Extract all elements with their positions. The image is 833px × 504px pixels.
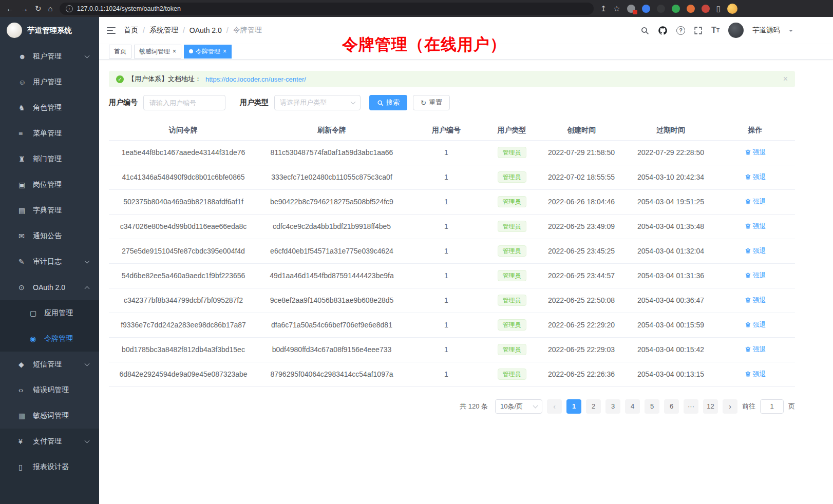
notice-icon: ✉ xyxy=(18,232,33,240)
close-icon[interactable]: × xyxy=(173,48,176,54)
user-id-input[interactable] xyxy=(143,95,225,110)
force-logout-button[interactable]: 强退 xyxy=(745,345,766,354)
alert-close-icon[interactable]: × xyxy=(783,75,788,83)
tab-token-active[interactable]: 令牌管理 × xyxy=(184,45,232,59)
user-dropdown-caret-icon[interactable] xyxy=(789,30,793,34)
sidebar-item-sensitive-word[interactable]: ▥ 敏感词管理 xyxy=(0,403,99,429)
page-button-2[interactable]: 2 xyxy=(586,399,601,414)
share-icon[interactable]: ↥ xyxy=(600,5,607,12)
sidebar-item-notice[interactable]: ✉ 通知公告 xyxy=(0,223,99,249)
breadcrumb-item[interactable]: 系统管理 xyxy=(149,26,178,35)
search-button[interactable]: 搜索 xyxy=(369,95,407,110)
user-id-cell: 1 xyxy=(406,165,487,189)
extension-icon[interactable] xyxy=(642,5,650,13)
breadcrumb-item[interactable]: 首页 xyxy=(124,26,138,35)
reset-button[interactable]: ↻ 重置 xyxy=(413,95,450,110)
user-id-label: 用户编号 xyxy=(109,98,138,107)
sidebar-item-user[interactable]: ☺ 用户管理 xyxy=(0,69,99,95)
github-icon[interactable] xyxy=(658,26,668,35)
breadcrumb-separator: / xyxy=(143,26,145,34)
sidebar-item-role[interactable]: ♞ 角色管理 xyxy=(0,95,99,121)
sidebar-item-oauth[interactable]: ⊙ OAuth 2.0 xyxy=(0,275,99,300)
sidebar-collapse-icon[interactable] xyxy=(107,27,116,34)
tab-home[interactable]: 首页 xyxy=(109,45,131,59)
user-avatar[interactable] xyxy=(728,23,744,38)
main-area: 首页 / 系统管理 / OAuth 2.0 / 令牌管理 ? TT xyxy=(99,17,833,504)
forward-icon[interactable]: → xyxy=(21,5,28,12)
force-logout-button[interactable]: 强退 xyxy=(745,370,766,379)
sidebar-item-post[interactable]: ▣ 岗位管理 xyxy=(0,172,99,198)
reload-icon[interactable]: ↻ xyxy=(35,5,42,12)
next-page-button[interactable]: › xyxy=(723,399,737,414)
app-logo[interactable]: 芋道管理系统 xyxy=(0,17,99,44)
sidebar-item-sms[interactable]: ◆ 短信管理 xyxy=(0,352,99,377)
more-pages-button[interactable]: ··· xyxy=(684,399,698,414)
page-button-6[interactable]: 6 xyxy=(664,399,679,414)
help-icon[interactable]: ? xyxy=(676,26,685,35)
page-button-4[interactable]: 4 xyxy=(625,399,640,414)
doc-link[interactable]: https://doc.iocoder.cn/user-center/ xyxy=(205,75,306,83)
sidebar-item-oauth-token[interactable]: ◉ 令牌管理 xyxy=(0,326,99,352)
sidebar-item-error-code[interactable]: ‹› 错误码管理 xyxy=(0,377,99,403)
fullscreen-icon[interactable] xyxy=(694,26,703,35)
sidebar-item-report-designer[interactable]: ▯ 报表设计器 xyxy=(0,454,99,480)
sidebar-item-pay[interactable]: ¥ 支付管理 xyxy=(0,429,99,454)
side-panel-icon[interactable]: ▯ xyxy=(716,5,721,12)
create-time-cell: 2022-06-26 18:04:46 xyxy=(537,189,626,214)
goto-label: 前往 xyxy=(742,402,755,411)
breadcrumb-item[interactable]: OAuth 2.0 xyxy=(190,26,222,34)
force-logout-button[interactable]: 强退 xyxy=(745,222,766,231)
tab-sensitive-word[interactable]: 敏感词管理 × xyxy=(134,45,181,59)
search-icon[interactable] xyxy=(640,26,649,35)
force-logout-button[interactable]: 强退 xyxy=(745,197,766,206)
extension-icon[interactable] xyxy=(702,5,710,13)
back-icon[interactable]: ← xyxy=(6,5,14,12)
page-button-1[interactable]: 1 xyxy=(566,399,581,414)
sidebar-item-tenant[interactable]: ☻ 租户管理 xyxy=(0,44,99,69)
page-button-12[interactable]: 12 xyxy=(703,399,718,414)
bookmark-star-icon[interactable]: ☆ xyxy=(613,5,620,12)
access-token-cell: b0d1785bc3a8482f812db4a3f3bd15ec xyxy=(109,337,258,362)
page-button-3[interactable]: 3 xyxy=(605,399,620,414)
sidebar-item-menu[interactable]: ≡ 菜单管理 xyxy=(0,121,99,146)
force-logout-button[interactable]: 强退 xyxy=(745,148,766,157)
extension-icon[interactable] xyxy=(627,5,635,13)
home-icon[interactable]: ⌂ xyxy=(48,5,53,12)
force-logout-button[interactable]: 强退 xyxy=(745,271,766,280)
sidebar-item-label: 错误码管理 xyxy=(33,385,69,395)
sidebar-item-dict[interactable]: ▤ 字典管理 xyxy=(0,198,99,223)
extension-icon[interactable] xyxy=(657,5,665,13)
col-expire-time: 过期时间 xyxy=(626,121,715,140)
extension-icon[interactable] xyxy=(672,5,680,13)
font-size-icon[interactable]: TT xyxy=(711,26,720,35)
address-bar[interactable]: i 127.0.0.1:1024/system/oauth2/token xyxy=(60,3,594,15)
sidebar-item-dept[interactable]: ♜ 部门管理 xyxy=(0,146,99,172)
force-logout-button[interactable]: 强退 xyxy=(745,246,766,256)
refresh-token-cell: dfa6c71a50a54c66bef706ef9e6e8d81 xyxy=(258,313,406,337)
user-type-badge: 管理员 xyxy=(498,245,526,257)
force-logout-label: 强退 xyxy=(753,222,766,231)
user-type-cell: 管理员 xyxy=(487,288,537,313)
user-name[interactable]: 芋道源码 xyxy=(752,26,780,35)
page-button-5[interactable]: 5 xyxy=(645,399,659,414)
goto-page-input[interactable] xyxy=(760,399,784,414)
action-cell: 强退 xyxy=(715,214,795,239)
refresh-token-cell: 8796295f04064c2983414cc54af1097a xyxy=(258,362,406,386)
force-logout-button[interactable]: 强退 xyxy=(745,172,766,182)
prev-page-button[interactable]: ‹ xyxy=(547,399,562,414)
sidebar-menu: ☻ 租户管理 ☺ 用户管理 ♞ 角色管理 ≡ 菜单管理 ♜ 部门管理 ▣ xyxy=(0,44,99,504)
site-info-icon[interactable]: i xyxy=(66,5,73,12)
force-logout-button[interactable]: 强退 xyxy=(745,296,766,305)
extension-icon[interactable] xyxy=(687,5,695,13)
user-type-select[interactable]: 请选择用户类型 xyxy=(274,95,361,110)
pagination: 共 120 条 10条/页 ‹ 1 2 3 4 5 6 ··· 12 › 前往 … xyxy=(109,399,795,414)
page-size-select[interactable]: 10条/页 xyxy=(495,399,542,414)
browser-profile-avatar[interactable] xyxy=(727,4,737,14)
action-cell: 强退 xyxy=(715,313,795,337)
sidebar-item-oauth-app[interactable]: ▢ 应用管理 xyxy=(0,300,99,326)
create-time-cell: 2022-06-25 22:26:36 xyxy=(537,362,626,386)
expire-time-cell: 2054-03-04 00:13:15 xyxy=(626,362,715,386)
force-logout-button[interactable]: 强退 xyxy=(745,320,766,329)
close-icon[interactable]: × xyxy=(223,48,226,54)
sidebar-item-audit-log[interactable]: ✎ 审计日志 xyxy=(0,249,99,275)
